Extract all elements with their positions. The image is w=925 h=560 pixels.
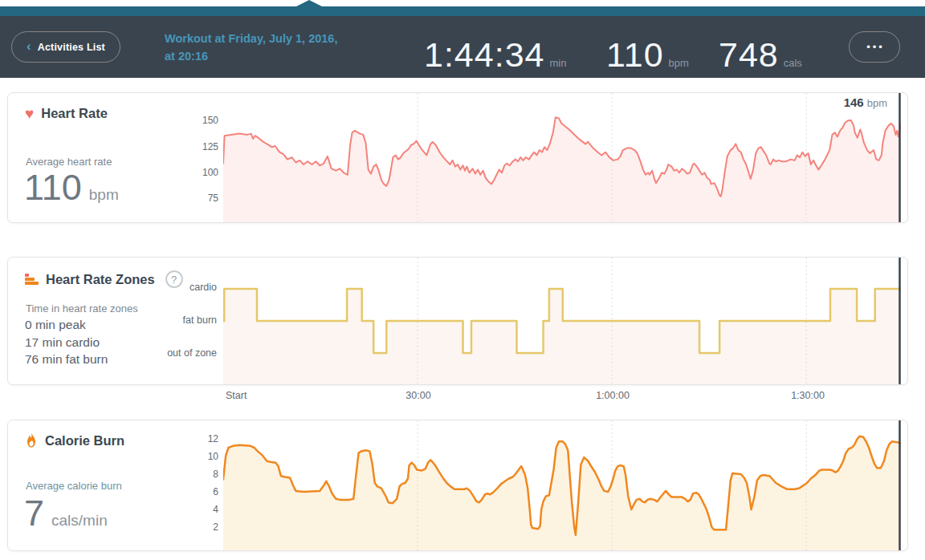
duration-value: 1:44:34 [424, 35, 544, 75]
activities-list-label: Activities List [38, 42, 105, 53]
cal-ytick-10: 10 [169, 451, 218, 462]
avg-bpm-value: 110 [606, 35, 664, 75]
zones-bar-chart-icon [25, 274, 39, 285]
xtick-30min: 30:00 [405, 390, 430, 401]
avg-bpm-unit: bpm [669, 57, 689, 69]
time-in-zones-label: Time in heart rate zones [26, 302, 138, 314]
duration-stat: 1:44:34 min [424, 35, 566, 75]
workout-title-line1: Workout at Friday, July 1, 2016, [165, 30, 337, 47]
pointer-up-triangle [295, 0, 324, 7]
hr-ytick-125: 125 [169, 141, 218, 152]
hr-cursor-unit: bpm [867, 97, 887, 109]
cal-ytick-6: 6 [169, 486, 218, 497]
xtick-90min: 1:30:00 [791, 390, 825, 401]
xtick-start: Start [226, 390, 247, 401]
cardio-time: 17 min cardio [25, 334, 108, 351]
cal-ytick-8: 8 [169, 469, 218, 480]
zone-label-out-of-zone: out of zone [120, 347, 217, 359]
calorie-burn-title: Calorie Burn [45, 433, 124, 448]
cal-ytick-2: 2 [169, 521, 218, 533]
avg-heart-rate-value: 110 [24, 167, 82, 209]
avg-bpm-stat: 110 bpm [606, 35, 689, 75]
calorie-burn-chart[interactable] [223, 420, 901, 550]
avg-heart-rate-label: Average heart rate [26, 156, 112, 168]
workout-title-line2: at 20:16 [165, 47, 337, 65]
cal-ytick-12: 12 [169, 433, 218, 444]
activity-header-bar: ‹ Activities List Workout at Friday, Jul… [0, 16, 925, 78]
top-accent-strip [0, 6, 925, 16]
calories-unit: cals [784, 57, 802, 69]
hr-cursor-value: 146 [844, 95, 864, 109]
more-options-button[interactable]: ••• [849, 31, 900, 63]
heart-rate-chart[interactable] [223, 93, 901, 222]
hr-ytick-75: 75 [169, 193, 218, 204]
fat-burn-time: 76 min fat burn [25, 351, 108, 368]
flame-icon [25, 433, 38, 448]
avg-calorie-burn-value: 7 [24, 493, 44, 534]
calories-stat: 748 cals [719, 35, 802, 75]
chevron-left-icon: ‹ [26, 39, 31, 55]
zone-label-fat-burn: fat burn [120, 314, 217, 326]
calories-value: 748 [719, 35, 779, 75]
hr-ytick-100: 100 [169, 167, 218, 178]
hr-cursor-readout: 146bpm [811, 95, 887, 110]
hr-ytick-150: 150 [169, 115, 218, 126]
heart-icon: ♥ [25, 106, 34, 121]
avg-calorie-burn-label: Average calorie burn [26, 480, 122, 492]
peak-time: 0 min peak [25, 316, 108, 334]
heart-rate-title: Heart Rate [41, 106, 108, 121]
zone-label-cardio: cardio [120, 282, 217, 293]
xtick-60min: 1:00:00 [596, 390, 630, 401]
heart-rate-zones-chart[interactable] [223, 258, 901, 384]
duration-unit: min [549, 57, 566, 69]
cal-ytick-4: 4 [169, 504, 218, 515]
activities-list-button[interactable]: ‹ Activities List [11, 31, 120, 63]
ellipsis-icon: ••• [864, 41, 885, 53]
avg-heart-rate-unit: bpm [89, 186, 119, 204]
avg-calorie-burn-unit: cals/min [51, 512, 108, 530]
workout-title: Workout at Friday, July 1, 2016, at 20:1… [165, 30, 337, 65]
